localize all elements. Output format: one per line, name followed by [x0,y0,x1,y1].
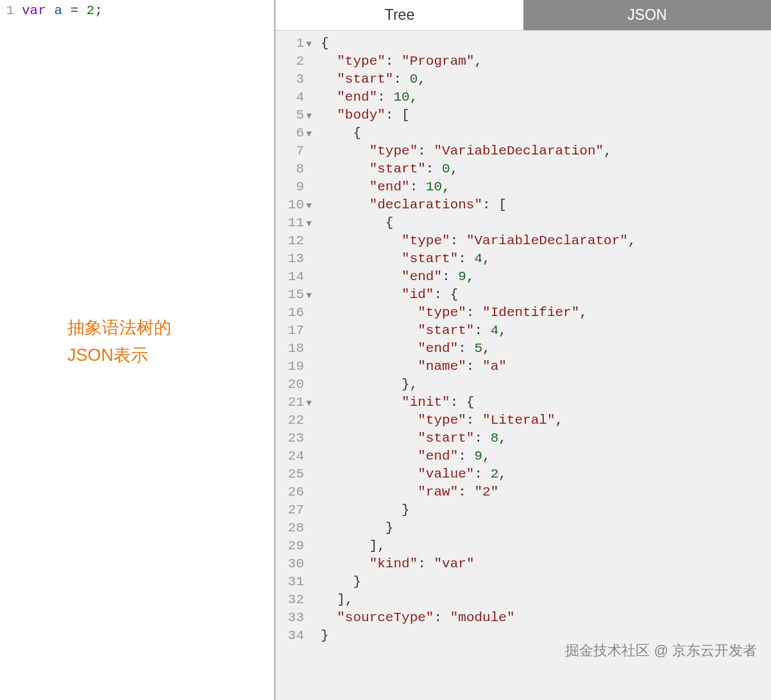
output-pane: Tree JSON 1▼2345▼6▼78910▼11▼12131415▼161… [276,0,771,700]
tab-tree[interactable]: Tree [276,0,523,30]
line-number: 29 [276,537,312,555]
json-line: "type": "Program", [321,53,771,71]
json-editor[interactable]: 1▼2345▼6▼78910▼11▼12131415▼161718192021▼… [276,31,771,700]
line-number: 34 [276,627,312,645]
line-number: 31 [276,573,312,591]
line-number: 26 [276,483,312,501]
annotation-text: 抽象语法树的 JSON表示 [67,314,171,369]
json-line: "id": { [321,286,771,304]
line-number: 18 [276,340,312,358]
line-number: 8 [276,160,312,178]
json-line: }, [321,376,771,394]
json-line: ], [321,591,771,609]
json-line: "start": 8, [321,429,771,447]
annotation-line-1: 抽象语法树的 [67,314,171,342]
json-line: "declarations": [ [321,196,771,214]
line-number: 33 [276,609,312,627]
json-gutter: 1▼2345▼6▼78910▼11▼12131415▼161718192021▼… [276,31,316,700]
json-line: "type": "Identifier", [321,304,771,322]
json-line: } [321,573,771,591]
line-number: 7 [276,142,312,160]
json-content: { "type": "Program", "start": 0, "end": … [316,31,771,700]
source-gutter: 1 [0,3,19,18]
json-line: "start": 0, [321,160,771,178]
line-number: 6▼ [276,124,312,142]
fold-marker-icon[interactable]: ▼ [304,197,312,215]
line-number: 19 [276,358,312,376]
line-number: 10▼ [276,196,312,214]
semicolon: ; [94,3,103,18]
json-line: "init": { [321,394,771,412]
json-line: "end": 10, [321,88,771,106]
source-code-pane: 1 var a = 2; 抽象语法树的 JSON表示 [0,0,276,700]
json-line: { [321,214,771,232]
line-number: 20 [276,376,312,394]
json-line: "end": 5, [321,340,771,358]
line-number: 32 [276,591,312,609]
fold-marker-icon[interactable]: ▼ [304,287,312,304]
json-line: { [321,35,771,53]
identifier-a: a [54,3,62,18]
json-line: "start": 4, [321,322,771,340]
fold-marker-icon[interactable]: ▼ [304,125,312,143]
json-line: "start": 4, [321,250,771,268]
json-line: } [321,501,771,519]
line-number: 2 [276,53,312,71]
line-number: 4 [276,88,312,106]
operator-equals: = [71,3,79,18]
line-number: 13 [276,250,312,268]
json-line: ], [321,537,771,555]
watermark-text: 掘金技术社区 @ 京东云开发者 [565,641,757,660]
line-number: 30 [276,555,312,573]
fold-marker-icon[interactable]: ▼ [304,107,312,125]
json-line: "kind": "var" [321,555,771,573]
line-number: 1▼ [276,35,312,53]
json-line: "sourceType": "module" [321,609,771,627]
annotation-line-2: JSON表示 [67,342,171,369]
json-line: "end": 9, [321,268,771,286]
json-line: "end": 9, [321,447,771,465]
source-code-editor[interactable]: 1 var a = 2; [0,0,274,21]
line-number: 28 [276,519,312,537]
line-number: 22 [276,412,312,429]
json-line: "start": 0, [321,71,771,88]
line-number: 21▼ [276,394,312,412]
json-line: "value": 2, [321,465,771,483]
line-number: 25 [276,465,312,483]
json-line: { [321,124,771,142]
json-line: "body": [ [321,106,771,124]
line-number: 15▼ [276,286,312,304]
line-number: 23 [276,429,312,447]
line-number: 24 [276,447,312,465]
line-number: 17 [276,322,312,340]
json-line: "name": "a" [321,358,771,376]
line-number: 27 [276,501,312,519]
json-line: } [321,519,771,537]
fold-marker-icon[interactable]: ▼ [304,215,312,233]
json-line: "type": "VariableDeclarator", [321,232,771,250]
line-number: 16 [276,304,312,322]
line-number: 11▼ [276,214,312,232]
line-number: 9 [276,178,312,196]
keyword-var: var [22,3,46,18]
line-number: 3 [276,71,312,88]
json-line: "type": "Literal", [321,412,771,429]
line-number: 1 [0,3,14,18]
line-number: 14 [276,268,312,286]
line-number: 5▼ [276,106,312,124]
source-line: var a = 2; [19,3,274,18]
fold-marker-icon[interactable]: ▼ [304,35,312,53]
json-line: "type": "VariableDeclaration", [321,142,771,160]
tab-bar: Tree JSON [276,0,771,31]
json-line: "end": 10, [321,178,771,196]
line-number: 12 [276,232,312,250]
number-literal: 2 [87,3,95,18]
tab-json[interactable]: JSON [523,0,771,30]
fold-marker-icon[interactable]: ▼ [304,394,312,412]
json-line: "raw": "2" [321,483,771,501]
